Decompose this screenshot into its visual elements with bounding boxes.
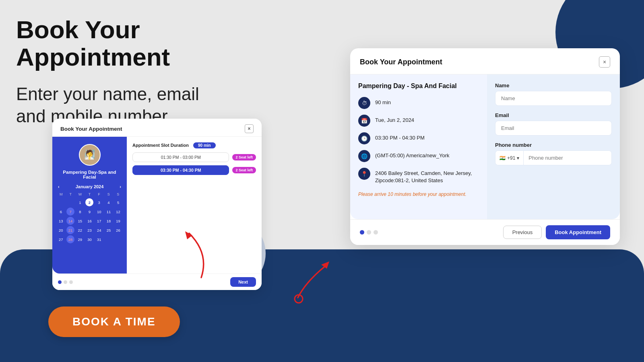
calendar-cell[interactable]: 13 [57,217,65,225]
calendar-days-header: M T W T F S S [56,192,123,196]
calendar-cell[interactable]: 22 [76,226,84,234]
arrow-annotation-right [294,257,342,306]
modal-dots [360,230,378,234]
phone-form-group: Phone number 🇮🇳 +91 ▾ [495,142,612,165]
calendar-cell[interactable]: 6 [57,208,65,216]
email-input[interactable] [495,121,612,136]
modal-dot-2 [367,230,371,234]
date-text: Tue, Jun 2, 2024 [375,115,414,124]
prev-month-btn[interactable]: ‹ [58,184,60,189]
calendar-cell[interactable]: 18 [105,217,113,225]
calendar-cell[interactable]: 26 [114,226,122,234]
info-row-time: 🕒 03:30 PM - 04:30 PM [358,132,479,144]
calendar-cell[interactable]: 3 [95,198,103,206]
calendar-cell[interactable]: 14 [66,217,74,225]
calendar-cell[interactable]: 4 [105,198,113,206]
main-title: Book Your Appointment [16,16,233,71]
slot-duration-badge: 90 min [193,142,216,148]
left-section: Book Your Appointment Enter your name, e… [16,16,233,127]
calendar-dot-1 [58,280,62,284]
calendar-cell[interactable]: 23 [85,226,93,234]
calendar-cell [66,198,74,206]
calendar-grid: M T W T F S S 12345678910111213141516171… [56,192,123,244]
phone-input-row: 🇮🇳 +91 ▾ [495,150,612,165]
info-row-location: 📍 2406 Bailey Street, Camden, New Jersey… [358,168,479,184]
modal-service-title: Pampering Day - Spa And Facial [358,82,479,90]
calendar-cell[interactable]: 25 [105,226,113,234]
calendar-cell[interactable]: 17 [95,217,103,225]
phone-code: +91 [507,155,515,161]
modal-close-button[interactable]: × [599,56,610,68]
modal-dot-3 [374,230,378,234]
calendar-cell[interactable]: 29 [76,235,84,243]
calendar-cell[interactable]: 9 [85,208,93,216]
time-icon: 🕒 [358,132,370,144]
avatar: 🧖 [79,144,101,166]
slot-label: Appointment Slot Duration 90 min [132,142,256,148]
calendar-widget-header: Book Your Appointment × [52,119,262,137]
slot-row[interactable]: 03:30 PM - 04:30 PM 2 Seat left [132,165,256,175]
name-input[interactable] [495,91,612,106]
phone-flag-select[interactable]: 🇮🇳 +91 ▾ [495,151,524,165]
book-time-button[interactable]: BOOK A TIME [48,306,180,337]
current-month: January 2024 [76,184,104,189]
slot-rows: 01:30 PM - 03:00 PM 2 Seat left 03:30 PM… [132,152,256,175]
info-row-date: 📅 Tue, Jun 2, 2024 [358,115,479,127]
name-label: Name [495,82,612,88]
calendar-widget-close[interactable]: × [245,124,254,133]
modal-body: Pampering Day - Spa And Facial ⏱ 90 min … [350,74,620,219]
calendar-cell[interactable]: 1 [76,198,84,206]
calendar-dot-2 [64,280,67,284]
email-form-group: Email [495,112,612,136]
calendar-blue-panel: 🧖 Pampering Day-Spa and Facial ‹ January… [52,137,127,274]
info-row-timezone: 🌐 (GMT-05:00) America/new_York [358,150,479,162]
location-icon: 📍 [358,168,370,180]
calendar-next-button[interactable]: Next [230,277,256,287]
previous-button[interactable]: Previous [503,226,542,239]
calendar-cell[interactable]: 11 [105,208,113,216]
calendar-widget-title: Book Your Appointment [60,126,122,132]
calendar-cell[interactable]: 30 [85,235,93,243]
calendar-cell[interactable]: 31 [95,235,103,243]
modal-footer-buttons: Previous Book Appointment [503,225,610,239]
next-month-btn[interactable]: › [120,184,121,189]
appointment-modal: Book Your Appointment × Pampering Day - … [350,48,620,245]
calendar-dots [58,280,73,284]
modal-form-panel: Name Email Phone number 🇮🇳 +91 ▾ [487,74,620,219]
info-row-duration: ⏱ 90 min [358,97,479,109]
time-text: 03:30 PM - 04:30 PM [375,132,425,142]
book-appointment-button[interactable]: Book Appointment [546,225,610,239]
calendar-cell[interactable]: 8 [76,208,84,216]
calendar-service-name: Pampering Day-Spa and Facial [56,170,123,179]
calendar-cell[interactable]: 2 [85,198,93,206]
phone-input[interactable] [524,151,611,165]
calendar-cell[interactable]: 24 [95,226,103,234]
modal-title: Book Your Appointment [360,58,442,66]
slot-time: 01:30 PM - 03:00 PM [132,152,229,162]
calendar-cell[interactable]: 20 [57,226,65,234]
arrow-annotation-left [177,229,217,282]
svg-marker-0 [185,231,192,239]
slot-badge: 2 Seat left [232,167,256,173]
calendar-cell[interactable]: 15 [76,217,84,225]
duration-icon: ⏱ [358,97,370,109]
calendar-widget: Book Your Appointment × 🧖 Pampering Day-… [52,119,262,290]
date-icon: 📅 [358,115,370,127]
arrival-note: Please arrive 10 minutes before your app… [358,191,479,197]
calendar-footer: Next [52,274,262,290]
calendar-cell[interactable]: 7 [66,208,74,216]
calendar-cell [114,235,122,243]
calendar-cell[interactable]: 27 [57,235,65,243]
calendar-cell[interactable]: 28 [66,235,74,243]
calendar-cell[interactable]: 21 [66,226,74,234]
calendar-cell[interactable]: 19 [114,217,122,225]
calendar-cell[interactable]: 16 [85,217,93,225]
phone-label: Phone number [495,142,612,148]
email-label: Email [495,112,612,118]
calendar-cell[interactable]: 12 [114,208,122,216]
calendar-cell[interactable]: 5 [114,198,122,206]
calendar-cell[interactable]: 10 [95,208,103,216]
flag-icon: 🇮🇳 [500,155,506,161]
slot-row[interactable]: 01:30 PM - 03:00 PM 2 Seat left [132,152,256,162]
slot-time: 03:30 PM - 04:30 PM [132,165,229,175]
